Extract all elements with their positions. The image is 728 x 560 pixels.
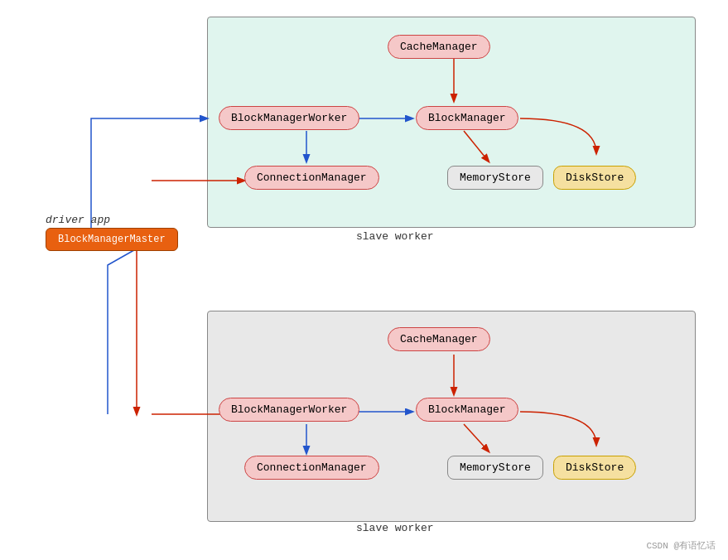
bottom-disk-store-node: DiskStore xyxy=(553,456,636,480)
driver-app-label: driver app xyxy=(46,214,110,226)
top-memory-store-node: MemoryStore xyxy=(447,166,543,190)
top-connection-manager-node: ConnectionManager xyxy=(244,166,379,190)
bottom-block-manager-node: BlockManager xyxy=(416,398,518,422)
top-cache-manager-node: CacheManager xyxy=(388,35,490,59)
bottom-slave-worker-label: slave worker xyxy=(356,522,434,534)
diagram-container: CacheManager BlockManagerWorker BlockMan… xyxy=(0,0,728,560)
top-disk-store-node: DiskStore xyxy=(553,166,636,190)
bottom-connection-manager-node: ConnectionManager xyxy=(244,456,379,480)
bottom-cache-manager-node: CacheManager xyxy=(388,327,490,351)
bottom-memory-store-node: MemoryStore xyxy=(447,456,543,480)
bottom-block-manager-worker-node: BlockManagerWorker xyxy=(219,398,359,422)
block-manager-master-node: BlockManagerMaster xyxy=(46,228,178,251)
top-block-manager-worker-node: BlockManagerWorker xyxy=(219,106,359,130)
top-block-manager-node: BlockManager xyxy=(416,106,518,130)
top-slave-worker-label: slave worker xyxy=(356,230,434,243)
watermark: CSDN @有语忆话 xyxy=(646,539,716,552)
